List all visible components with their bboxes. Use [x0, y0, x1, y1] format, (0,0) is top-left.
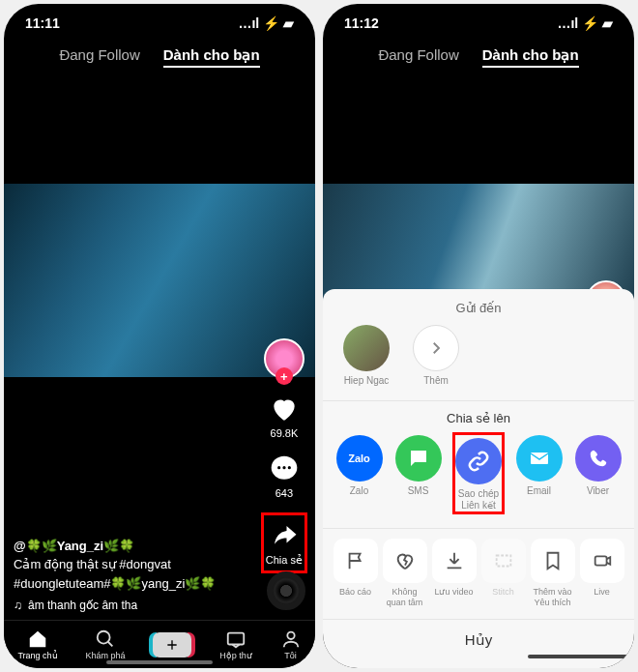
like-button[interactable]: 69.8K	[268, 393, 301, 439]
tab-for-you[interactable]: Dành cho bạn	[482, 46, 579, 68]
comment-count: 643	[276, 487, 293, 499]
share-label: Email	[527, 485, 551, 497]
action-label: Báo cáo	[339, 587, 371, 597]
action-label: Live	[594, 587, 610, 597]
share-email[interactable]: Email	[514, 435, 564, 497]
nav-inbox-label: Hộp thư	[219, 651, 252, 660]
share-targets-row: Zalo Zalo SMS Sao chép Liên kết	[323, 435, 634, 528]
profile-icon	[280, 628, 302, 650]
more-label: Thêm	[423, 375, 449, 387]
action-favorite[interactable]: Thêm vào Yêu thích	[530, 539, 575, 607]
action-save-video[interactable]: Lưu video	[431, 539, 477, 607]
share-zalo[interactable]: Zalo Zalo	[334, 435, 384, 497]
svg-point-3	[288, 466, 291, 469]
phone-right: 11:12 …ıl ⚡ ▰ Đang Follow Dành cho bạn +…	[323, 4, 634, 668]
sms-icon	[395, 435, 442, 482]
send-to-title: Gửi đến	[323, 301, 634, 315]
feed-tabs: Đang Follow Dành cho bạn	[323, 43, 634, 77]
share-sms[interactable]: SMS	[393, 435, 443, 497]
link-icon	[455, 438, 502, 484]
caption-line[interactable]: #duongletuteam#🍀🌿yang_zi🌿🍀	[14, 574, 247, 594]
nav-home[interactable]: Trang chủ	[17, 628, 57, 660]
share-copy-link[interactable]: Sao chép Liên kết	[452, 432, 505, 514]
nav-me[interactable]: Tôi	[280, 628, 302, 660]
contact-avatar	[343, 325, 390, 371]
more-contacts[interactable]: Thêm	[410, 325, 462, 387]
svg-point-2	[282, 466, 285, 469]
svg-point-4	[98, 631, 110, 644]
nav-discover-label: Khám phá	[85, 651, 125, 660]
home-icon	[27, 628, 48, 650]
share-label: Chia sẻ	[266, 554, 303, 567]
action-label: Stitch	[492, 587, 514, 597]
action-not-interested[interactable]: Không quan tâm	[382, 539, 427, 607]
viber-icon	[575, 435, 622, 482]
sound-disc[interactable]	[267, 571, 305, 610]
nav-me-label: Tôi	[284, 651, 297, 660]
video-feed[interactable]: + Gửi đến Hiep Ngac Thêm Chia sẻ lên	[323, 77, 634, 668]
tab-for-you[interactable]: Dành cho bạn	[163, 46, 260, 68]
caption-line[interactable]: Cảm động thật sự #dongvat	[14, 555, 247, 574]
tab-following[interactable]: Đang Follow	[59, 46, 139, 68]
status-indicators: …ıl ⚡ ▰	[238, 15, 294, 31]
share-to-title: Chia sẻ lên	[323, 411, 634, 425]
divider	[323, 528, 634, 529]
feed-tabs: Đang Follow Dành cho bạn	[4, 43, 315, 77]
actions-row: Báo cáo Không quan tâm Lưu video	[323, 539, 634, 619]
stitch-icon	[481, 539, 526, 583]
status-time: 11:11	[25, 15, 60, 31]
nav-inbox[interactable]: Hộp thư	[219, 628, 252, 660]
svg-rect-8	[496, 556, 510, 567]
action-label: Không quan tâm	[382, 587, 427, 607]
share-icon	[268, 519, 301, 552]
comment-button[interactable]: 643	[268, 453, 301, 499]
chevron-right-icon	[413, 325, 459, 371]
status-time: 11:12	[344, 15, 379, 31]
zalo-icon: Zalo	[336, 435, 383, 482]
home-indicator[interactable]	[106, 660, 213, 664]
heart-icon	[268, 393, 301, 425]
send-to-row: Hiep Ngac Thêm	[323, 325, 634, 400]
search-icon	[95, 628, 116, 650]
post-button-icon	[153, 632, 191, 657]
svg-rect-5	[228, 633, 245, 645]
video-caption: @🍀🌿Yang_zi🌿🍀 Cảm động thật sự #dongvat #…	[14, 537, 247, 615]
home-indicator[interactable]	[528, 655, 634, 658]
video-feed[interactable]: + 69.8K 643	[4, 77, 315, 622]
nav-discover[interactable]: Khám phá	[85, 628, 125, 660]
music-text: âm thanh gốc âm tha	[28, 597, 137, 614]
music-note-icon: ♫	[14, 597, 22, 614]
share-viber[interactable]: Viber	[573, 435, 623, 497]
svg-rect-9	[594, 557, 606, 566]
author-avatar[interactable]: +	[264, 338, 304, 379]
action-rail: + 69.8K 643	[261, 338, 307, 573]
action-live[interactable]: Live	[579, 539, 624, 607]
action-report[interactable]: Báo cáo	[333, 539, 378, 607]
comment-icon	[268, 453, 301, 485]
follow-plus-icon[interactable]: +	[276, 367, 293, 385]
status-indicators: …ıl ⚡ ▰	[557, 15, 613, 31]
share-button[interactable]: Chia sẻ	[261, 512, 307, 573]
share-label: Sao chép Liên kết	[457, 488, 500, 511]
divider	[323, 400, 634, 401]
share-label: Viber	[587, 485, 609, 497]
status-bar: 11:12 …ıl ⚡ ▰	[323, 4, 634, 43]
share-sheet: Gửi đến Hiep Ngac Thêm Chia sẻ lên Zalo	[323, 289, 634, 668]
nav-home-label: Trang chủ	[17, 651, 57, 660]
svg-rect-7	[531, 453, 548, 464]
contact-item[interactable]: Hiep Ngac	[340, 325, 392, 387]
share-label: SMS	[408, 485, 429, 497]
nav-post[interactable]	[153, 632, 191, 657]
flag-icon	[334, 539, 378, 583]
cancel-button[interactable]: Hủy	[323, 619, 634, 655]
broken-heart-icon	[383, 539, 427, 583]
action-stitch: Stitch	[480, 539, 526, 607]
music-row[interactable]: ♫ âm thanh gốc âm tha	[14, 597, 247, 614]
download-icon	[432, 539, 477, 583]
bookmark-icon	[531, 539, 575, 583]
tab-following[interactable]: Đang Follow	[378, 46, 458, 68]
svg-point-1	[277, 466, 280, 469]
status-bar: 11:11 …ıl ⚡ ▰	[4, 4, 315, 43]
inbox-icon	[225, 628, 246, 650]
author-username[interactable]: @🍀🌿Yang_zi🌿🍀	[14, 537, 247, 556]
